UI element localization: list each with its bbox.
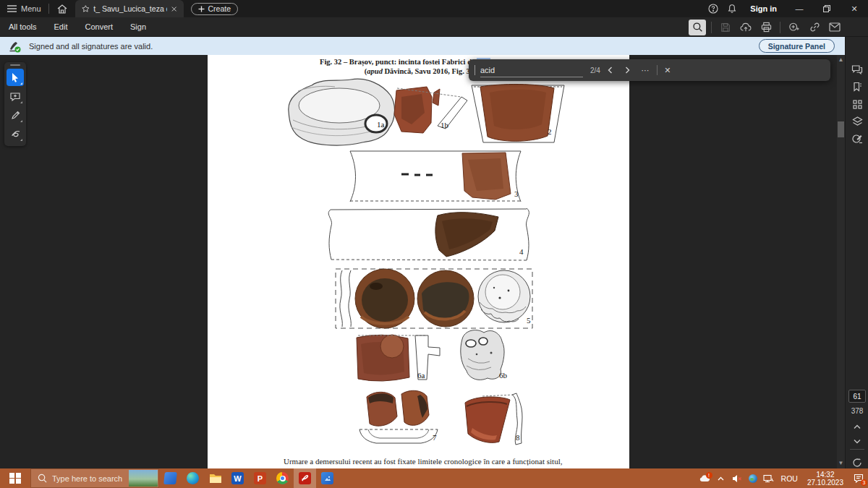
all-tools-tab[interactable]: All tools: [0, 17, 46, 36]
previous-page-button[interactable]: [848, 419, 866, 435]
taskbar-word[interactable]: W: [226, 468, 249, 488]
layers-icon: [852, 116, 863, 127]
highlight-tool-button[interactable]: [7, 106, 24, 124]
figure-label: 2: [548, 127, 552, 136]
figure-label: 6a: [417, 371, 425, 380]
toolbar-divider: [711, 22, 712, 33]
action-center-button[interactable]: 3: [849, 468, 868, 488]
print-button[interactable]: [757, 20, 775, 35]
volume-muted-icon[interactable]: [730, 468, 744, 488]
figure-label: 3: [514, 189, 519, 198]
taskbar-acrobat[interactable]: [294, 468, 316, 488]
file-explorer-icon: [209, 473, 222, 484]
add-comment-tool-button[interactable]: [7, 87, 24, 105]
page-thumbnails-panel-button[interactable]: [848, 96, 866, 112]
pottery-sherd-2: 2: [472, 84, 564, 142]
start-button[interactable]: [0, 468, 30, 488]
pottery-sherd-4: 4: [328, 208, 529, 260]
find-input[interactable]: [480, 63, 583, 77]
chrome-icon: [276, 472, 289, 484]
taskbar-chrome[interactable]: [271, 468, 294, 488]
taskbar-mail-app[interactable]: [159, 468, 182, 488]
edit-tab[interactable]: Edit: [46, 17, 77, 36]
notification-count-badge: 3: [861, 479, 867, 486]
layers-panel-button[interactable]: [848, 114, 866, 129]
save-button[interactable]: [717, 20, 734, 35]
titlebar-right: Sign in — ✕: [704, 0, 868, 17]
pottery-group-7: 7: [359, 390, 438, 443]
document-tab-title: t_ Savu_Lucica_teza de ...: [93, 4, 167, 13]
figure-artwork: 1a 1b 2: [208, 55, 629, 468]
scrollbar-thumb[interactable]: [838, 121, 844, 137]
comments-panel-button[interactable]: [848, 61, 866, 77]
more-options-button[interactable]: ⋯: [638, 63, 652, 77]
email-button[interactable]: [826, 20, 843, 35]
pdf-page: Fig. 32 – Brașov, punct: incinta fostei …: [208, 55, 629, 468]
close-tab-icon[interactable]: [171, 6, 176, 12]
total-pages-label: 378: [846, 407, 868, 415]
sign-tab[interactable]: Sign: [122, 17, 155, 36]
document-tab[interactable]: t_ Savu_Lucica_teza de ...: [75, 0, 184, 17]
select-tool-button[interactable]: [7, 69, 24, 86]
signature-panel-button[interactable]: Signature Panel: [759, 39, 835, 53]
help-button[interactable]: [704, 0, 723, 17]
ai-assistant-button[interactable]: [786, 20, 803, 35]
next-page-button[interactable]: [848, 433, 866, 449]
scroll-up-arrow[interactable]: ▲: [837, 56, 845, 64]
word-icon: W: [231, 472, 244, 484]
chevron-left-icon: [608, 67, 613, 74]
clock-time: 14:32: [807, 471, 843, 479]
taskbar-search-box[interactable]: [30, 468, 159, 488]
previous-result-button[interactable]: [603, 63, 618, 77]
scroll-down-arrow[interactable]: ▼: [837, 460, 845, 467]
body-paragraph: Urmare a demersului recent au fost fixat…: [284, 457, 574, 466]
home-icon: [57, 4, 67, 14]
hidden-icons-chevron[interactable]: [714, 468, 728, 488]
minimize-button[interactable]: —: [786, 0, 813, 17]
share-button[interactable]: [737, 20, 754, 35]
notifications-button[interactable]: [723, 0, 741, 17]
rail-divider: [850, 449, 864, 450]
create-label: Create: [208, 4, 231, 13]
powerpoint-icon: P: [254, 472, 266, 484]
close-window-button[interactable]: ✕: [841, 0, 868, 17]
taskbar-file-explorer[interactable]: [204, 468, 226, 488]
taskbar-clock[interactable]: 14:32 27.10.2023: [803, 471, 848, 487]
toolbar-divider: [780, 22, 780, 33]
bookmarks-panel-button[interactable]: [848, 79, 866, 95]
save-icon: [720, 22, 731, 33]
link-button[interactable]: [806, 20, 823, 35]
fill-sign-panel-button[interactable]: [848, 131, 866, 147]
convert-tab[interactable]: Convert: [77, 17, 122, 36]
close-find-button[interactable]: ✕: [660, 63, 675, 77]
search-highlight-thumbnail[interactable]: [129, 470, 158, 487]
taskbar-edge[interactable]: [182, 468, 204, 488]
taskbar-photos[interactable]: [316, 468, 339, 488]
signature-pen-icon: [852, 134, 863, 144]
sign-in-button[interactable]: Sign in: [741, 4, 786, 13]
onedrive-alert-badge: !: [706, 472, 712, 479]
figure-label: 5: [527, 316, 531, 325]
network-tray-icon[interactable]: [762, 468, 776, 488]
drag-handle[interactable]: [10, 64, 20, 66]
taskbar-powerpoint[interactable]: P: [249, 468, 271, 488]
figure-label: 6b: [499, 371, 508, 380]
restore-button[interactable]: [813, 0, 841, 17]
document-scrollbar[interactable]: ▲ ▼: [837, 55, 845, 468]
create-button[interactable]: Create: [191, 3, 239, 15]
star-icon: [82, 4, 90, 13]
print-icon: [761, 22, 772, 33]
figure-label: 4: [519, 247, 524, 256]
language-indicator[interactable]: ROU: [778, 474, 801, 483]
draw-tool-button[interactable]: [7, 125, 24, 142]
find-button[interactable]: [689, 20, 706, 35]
home-tab[interactable]: [49, 0, 75, 17]
next-result-button[interactable]: [621, 63, 635, 77]
menu-button[interactable]: Menu: [0, 0, 48, 17]
antivirus-tray-icon[interactable]: [746, 468, 760, 488]
taskbar-search-input[interactable]: [52, 474, 124, 483]
signature-status-bar: Signed and all signatures are valid. Sig…: [0, 37, 845, 55]
pottery-sherd-8: 8: [465, 393, 522, 445]
current-page-input[interactable]: [848, 390, 866, 403]
onedrive-tray-icon[interactable]: !: [698, 468, 712, 488]
